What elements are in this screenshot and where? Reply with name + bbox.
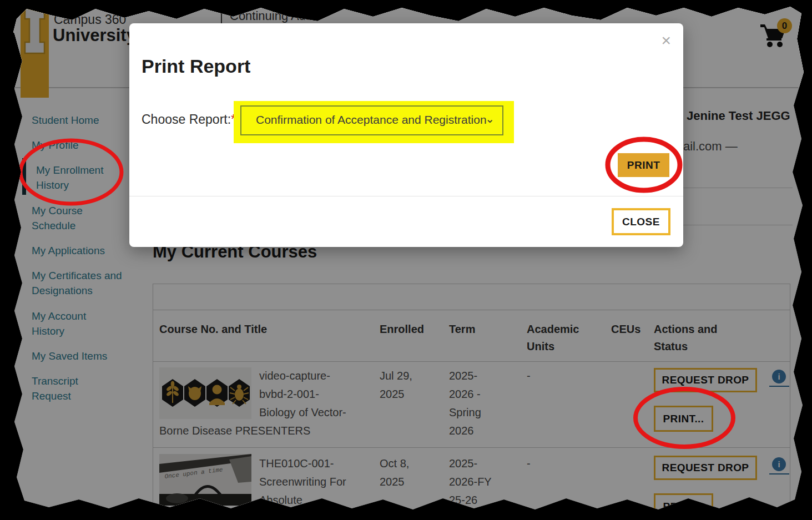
print-report-modal: × Print Report Choose Report:* Confirmat… [129,23,683,247]
modal-title: Print Report [142,55,250,77]
screenshot-stage: Continuing Adult Campus 360 University 0 [0,0,812,520]
choose-report-text: Choose Report: [142,112,231,127]
report-select[interactable]: Confirmation of Acceptance and Registrat… [240,105,503,135]
selected-report-value: Confirmation of Acceptance and Registrat… [256,113,487,127]
modal-footer-divider [129,196,683,196]
chevron-down-icon: ⌄ [485,112,495,125]
choose-report-label: Choose Report:* [142,112,236,127]
print-button[interactable]: PRINT [618,153,669,177]
close-button[interactable]: CLOSE [612,208,670,235]
torn-edge-frame: Continuing Adult Campus 360 University 0 [0,0,812,520]
close-icon[interactable]: × [661,32,671,49]
